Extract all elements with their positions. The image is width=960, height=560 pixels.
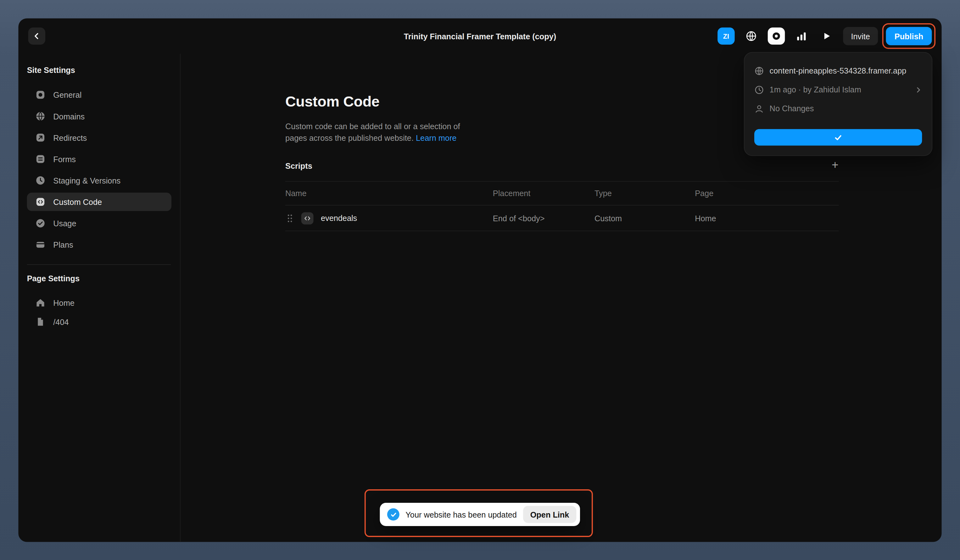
learn-more-link[interactable]: Learn more — [416, 133, 456, 142]
general-icon — [35, 90, 45, 100]
sidebar-item-usage[interactable]: Usage — [27, 214, 171, 232]
script-page: Home — [695, 213, 716, 222]
record-button[interactable] — [768, 28, 785, 45]
add-script-button[interactable]: + — [828, 158, 843, 172]
column-header-placement: Placement — [493, 188, 531, 198]
description-line-1: Custom code can be added to all or a sel… — [285, 121, 460, 131]
sidebar-item-label: /404 — [53, 317, 69, 326]
code-icon — [35, 197, 45, 207]
sidebar-item-redirects[interactable]: Redirects — [27, 129, 171, 147]
publish-confirm-button[interactable] — [754, 129, 922, 146]
script-placement: End of <body> — [493, 213, 545, 222]
domains-icon — [35, 111, 45, 121]
sidebar-item-forms[interactable]: Forms — [27, 150, 171, 168]
publish-history: 1m ago · by Zahidul Islam — [770, 85, 861, 94]
script-code-icon — [301, 212, 314, 224]
changes-status: No Changes — [770, 104, 814, 113]
sidebar: Site Settings General Domains Redirects — [18, 54, 181, 542]
preview-button[interactable] — [818, 28, 835, 45]
topbar: ZI — [18, 18, 941, 54]
update-toast: Your website has been updated Open Link — [380, 503, 580, 526]
column-header-type: Type — [595, 188, 612, 198]
sidebar-item-domains[interactable]: Domains — [27, 107, 171, 125]
popover-domain-row[interactable]: content-pineapples-534328.framer.app — [754, 61, 922, 80]
published-domain: content-pineapples-534328.framer.app — [770, 66, 907, 75]
card-icon — [35, 240, 45, 249]
toast-message: Your website has been updated — [405, 510, 517, 519]
success-check-icon — [387, 508, 400, 520]
scripts-table-header: Name Placement Type Page — [285, 181, 839, 206]
scripts-section-heading: Scripts — [285, 161, 312, 171]
check-circle-icon — [35, 219, 45, 228]
home-icon — [35, 298, 45, 308]
popover-history-row[interactable]: 1m ago · by Zahidul Islam — [754, 80, 922, 99]
description-line-2: pages across the published website. — [285, 133, 414, 142]
site-settings-heading: Site Settings — [27, 65, 75, 75]
sidebar-divider — [27, 264, 171, 265]
desktop-background: Trinity Financial Framer Template (copy)… — [0, 0, 960, 560]
clock-icon — [754, 85, 764, 94]
script-name-cell: evendeals — [285, 206, 357, 231]
sidebar-item-custom-code[interactable]: Custom Code — [27, 193, 171, 211]
chevron-left-icon — [32, 32, 41, 40]
user-avatar[interactable]: ZI — [717, 28, 734, 45]
globe-icon — [754, 66, 764, 75]
analytics-button[interactable] — [793, 28, 810, 45]
script-row[interactable]: evendeals End of <body> Custom Home — [285, 206, 839, 231]
forms-icon — [35, 154, 45, 164]
column-header-page: Page — [695, 188, 714, 198]
framer-settings-window: Trinity Financial Framer Template (copy)… — [18, 18, 941, 542]
sidebar-item-staging-versions[interactable]: Staging & Versions — [27, 171, 171, 190]
sidebar-item-label: Usage — [53, 219, 76, 228]
script-name: evendeals — [321, 213, 357, 222]
column-header-name: Name — [285, 188, 307, 198]
topbar-actions: ZI — [717, 27, 932, 45]
sidebar-item-home-page[interactable]: Home — [27, 294, 171, 312]
sidebar-item-label: Home — [53, 298, 75, 307]
back-button[interactable] — [28, 28, 45, 45]
record-icon — [771, 31, 781, 41]
sidebar-item-label: Custom Code — [53, 197, 102, 206]
sidebar-item-label: Staging & Versions — [53, 176, 120, 185]
page-icon — [35, 317, 45, 327]
redirects-icon — [35, 132, 45, 142]
globe-icon — [745, 30, 757, 42]
sidebar-item-label: Forms — [53, 154, 76, 163]
publish-popover: content-pineapples-534328.framer.app 1m … — [744, 52, 932, 156]
check-icon — [834, 133, 842, 141]
open-link-button[interactable]: Open Link — [523, 506, 576, 523]
chevron-right-icon — [915, 86, 922, 93]
publish-button-wrap: Publish — [886, 27, 932, 45]
clock-icon — [35, 175, 45, 185]
sidebar-item-label: Domains — [53, 112, 85, 121]
sidebar-item-label: Redirects — [53, 133, 87, 142]
globe-button[interactable] — [742, 28, 760, 45]
toast-wrap: Your website has been updated Open Link — [380, 503, 580, 526]
page-settings-heading: Page Settings — [27, 274, 80, 283]
sidebar-item-label: General — [53, 90, 82, 99]
script-type: Custom — [595, 213, 622, 222]
popover-changes-row: No Changes — [754, 99, 922, 118]
bar-chart-icon — [796, 30, 807, 41]
invite-button[interactable]: Invite — [843, 27, 878, 45]
page-title: Custom Code — [285, 93, 379, 110]
play-icon — [822, 31, 831, 41]
sidebar-item-plans[interactable]: Plans — [27, 235, 171, 254]
drag-handle-icon[interactable] — [287, 214, 293, 222]
publish-button[interactable]: Publish — [886, 27, 932, 45]
scripts-table: Name Placement Type Page evendeals End o… — [285, 181, 839, 231]
person-icon — [754, 104, 764, 113]
sidebar-item-label: Plans — [53, 240, 73, 249]
page-description: Custom code can be added to all or a sel… — [285, 120, 460, 144]
sidebar-item-general[interactable]: General — [27, 86, 171, 104]
sidebar-item-404-page[interactable]: /404 — [27, 313, 171, 331]
